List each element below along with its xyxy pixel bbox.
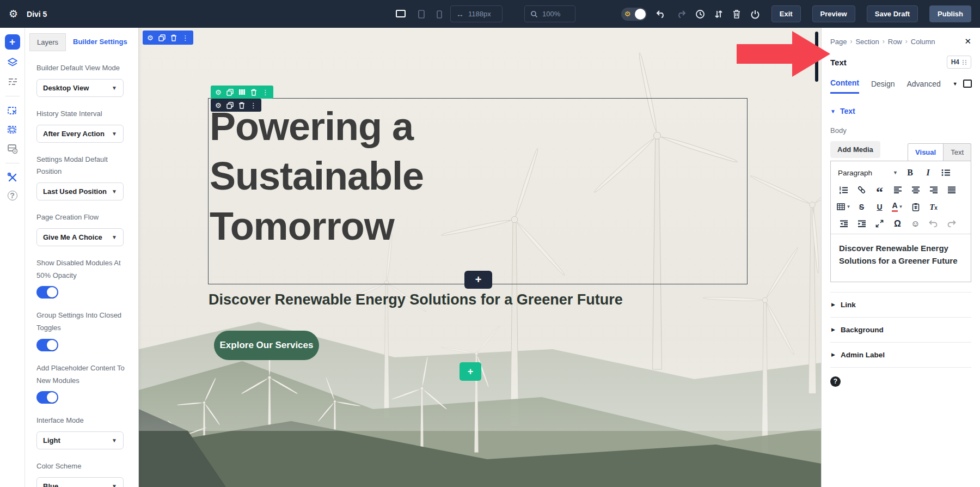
outdent-icon[interactable] — [836, 217, 852, 230]
phone-view-icon[interactable] — [436, 9, 443, 19]
history-clock-icon[interactable] — [695, 9, 705, 19]
settings-modal-position-select[interactable]: Last Used Position ▼ — [36, 182, 124, 200]
add-media-button[interactable]: Add Media — [830, 141, 880, 158]
builder-settings-gear-icon[interactable]: ⚙ — [9, 9, 18, 19]
editor-tab-text[interactable]: Text — [944, 143, 971, 161]
duplicate-icon[interactable] — [226, 102, 234, 109]
page-creation-flow-select[interactable]: Give Me A Choice ▼ — [36, 228, 124, 246]
layers-icon[interactable] — [7, 57, 19, 69]
hero-heading[interactable]: Powering a Sustainable Tomorrow — [210, 102, 536, 251]
gear-icon[interactable]: ⚙ — [215, 102, 222, 109]
align-right-icon[interactable] — [926, 183, 941, 197]
special-character-icon[interactable]: Ω — [890, 217, 905, 230]
breadcrumb-page[interactable]: Page — [830, 38, 847, 46]
group-settings-toggle[interactable] — [36, 339, 58, 351]
desktop-view-icon[interactable] — [395, 9, 407, 19]
add-module-plus-button[interactable]: + — [464, 271, 492, 289]
heading-level-select[interactable]: H4 — [947, 56, 971, 69]
trash-icon[interactable] — [238, 102, 245, 109]
click-mode-section-icon[interactable] — [7, 105, 19, 117]
placeholder-content-toggle[interactable] — [36, 391, 58, 404]
add-row-plus-button[interactable]: + — [460, 362, 481, 381]
bold-icon[interactable]: B — [902, 166, 918, 180]
publish-button[interactable]: Publish — [929, 5, 971, 22]
align-center-icon[interactable] — [908, 183, 923, 197]
breadcrumb-section[interactable]: Section — [855, 38, 879, 46]
strikethrough-icon[interactable]: S — [854, 200, 869, 214]
select-value: Desktop View — [43, 84, 89, 92]
paste-text-icon[interactable] — [908, 200, 923, 214]
text-group-header[interactable]: ▼ Text — [830, 107, 971, 115]
bullet-list-icon[interactable] — [938, 166, 954, 180]
trash-icon[interactable] — [732, 9, 741, 19]
paragraph-style-select[interactable]: Paragraph ▼ — [836, 166, 900, 180]
breadcrumb-row[interactable]: Row — [888, 38, 902, 46]
editor-content[interactable]: Discover Renewable Energy Solutions for … — [831, 234, 971, 282]
preview-button[interactable]: Preview — [812, 5, 855, 22]
tab-content[interactable]: Content — [830, 78, 859, 94]
ai-assist-toggle[interactable]: ⚙ — [621, 8, 647, 21]
interface-mode-select[interactable]: Light ▼ — [36, 431, 124, 449]
viewport-width-input[interactable]: ↔ 1188px — [450, 5, 503, 22]
table-icon[interactable]: ▼ — [836, 200, 852, 214]
editor-tab-visual[interactable]: Visual — [908, 143, 944, 161]
blockquote-icon[interactable]: “ — [872, 183, 887, 197]
help-question-icon[interactable]: ? — [830, 376, 841, 387]
italic-icon[interactable]: I — [920, 166, 936, 180]
tablet-view-icon[interactable] — [418, 9, 425, 19]
gear-icon[interactable]: ⚙ — [147, 34, 154, 41]
close-icon[interactable]: ✕ — [964, 36, 971, 46]
builder-default-view-mode-select[interactable]: Desktop View ▼ — [36, 79, 124, 97]
trash-icon[interactable] — [170, 34, 177, 41]
color-scheme-select[interactable]: Blue ▼ — [36, 477, 124, 487]
duplicate-icon[interactable] — [226, 89, 234, 96]
clear-formatting-icon[interactable]: Tx — [926, 200, 941, 214]
tab-layers[interactable]: Layers — [29, 33, 66, 51]
undo-icon[interactable] — [656, 10, 666, 18]
indent-icon[interactable] — [854, 217, 869, 230]
tabs-dropdown-caret-icon[interactable]: ▼ — [953, 81, 958, 87]
undo-icon[interactable] — [926, 217, 941, 230]
tab-builder-settings[interactable]: Builder Settings — [66, 33, 134, 51]
accordion-background[interactable]: ▶ Background — [830, 317, 971, 342]
fullscreen-icon[interactable] — [872, 217, 887, 230]
duplicate-icon[interactable] — [158, 34, 166, 41]
history-state-interval-select[interactable]: After Every Action ▼ — [36, 125, 124, 143]
numbered-list-icon[interactable] — [836, 183, 852, 197]
explore-services-button[interactable]: Explore Our Services — [214, 331, 319, 360]
zoom-level-input[interactable]: 100% — [524, 5, 575, 22]
gear-icon[interactable]: ⚙ — [215, 89, 222, 96]
underline-icon[interactable]: U — [872, 200, 887, 214]
align-left-icon[interactable] — [890, 183, 905, 197]
breadcrumb-column[interactable]: Column — [911, 38, 935, 46]
help-question-icon[interactable]: ? — [8, 191, 17, 200]
justify-icon[interactable] — [944, 183, 959, 197]
kebab-menu-icon[interactable]: ⋮ — [262, 89, 269, 96]
redo-icon[interactable] — [676, 10, 686, 18]
click-mode-module-icon[interactable] — [7, 124, 19, 136]
hero-subheading[interactable]: Discover Renewable Energy Solutions for … — [209, 291, 623, 308]
tab-advanced[interactable]: Advanced — [906, 80, 940, 93]
kebab-menu-icon[interactable]: ⋮ — [250, 102, 257, 109]
tab-design[interactable]: Design — [871, 80, 895, 93]
link-icon[interactable] — [854, 183, 869, 197]
sort-arrows-icon[interactable] — [714, 9, 723, 19]
desktop-preview-square-icon[interactable] — [963, 80, 972, 88]
wireframe-list-icon[interactable] — [7, 76, 19, 88]
modules-settings-icon[interactable] — [7, 143, 19, 155]
disabled-modules-opacity-toggle[interactable] — [36, 286, 58, 299]
emoji-icon[interactable]: ☺ — [908, 217, 923, 230]
trash-icon[interactable] — [250, 89, 257, 96]
portability-power-icon[interactable] — [750, 9, 760, 19]
exit-button[interactable]: Exit — [771, 5, 801, 22]
text-color-icon[interactable]: A▼ — [890, 200, 905, 214]
redo-icon[interactable] — [944, 217, 959, 230]
kebab-menu-icon[interactable]: ⋮ — [182, 34, 189, 41]
add-module-icon[interactable]: + — [5, 34, 20, 50]
tools-wrench-icon[interactable] — [7, 172, 19, 184]
columns-icon[interactable] — [238, 89, 246, 95]
accordion-admin-label[interactable]: ▶ Admin Label — [830, 342, 971, 368]
canvas-scrollbar[interactable] — [815, 32, 818, 82]
accordion-link[interactable]: ▶ Link — [830, 292, 971, 317]
save-draft-button[interactable]: Save Draft — [867, 5, 918, 22]
